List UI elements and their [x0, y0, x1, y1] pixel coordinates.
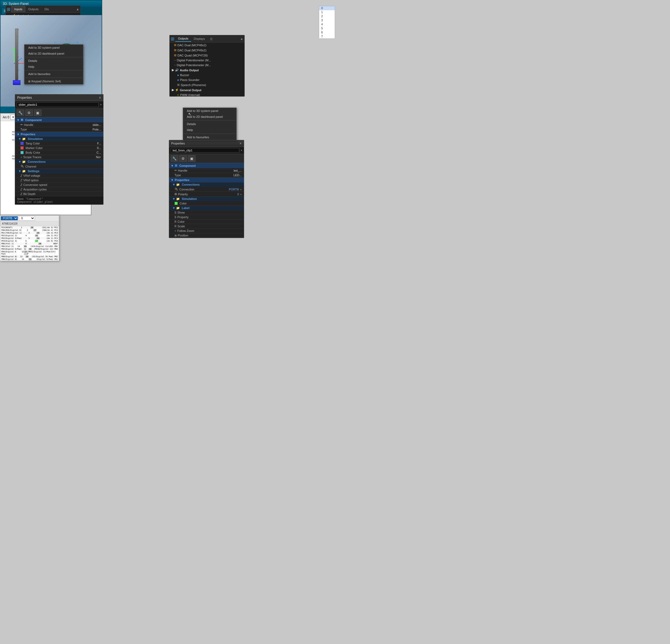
polarity-dropdown-arrow[interactable]: ▾ [240, 193, 242, 196]
component-expand: ▼ [17, 118, 19, 122]
led-ctx-details[interactable]: Details [183, 121, 236, 127]
tree-pwm[interactable]: ⎍ PWM (Internal) [170, 93, 244, 96]
portb-select[interactable]: PORTB PORTC PORTD [1, 216, 18, 220]
tool-square[interactable]: ▣ [34, 109, 41, 116]
led-pencil-icon: ✏ [174, 169, 177, 172]
tab-inputs[interactable]: Inputs [11, 6, 25, 12]
settings-subsection: ▼ 📁 Settings [15, 169, 103, 173]
led-property-row: S Property [169, 215, 244, 220]
led-label-folder: 📁 [176, 206, 180, 210]
outputs-icon: ⊞ [171, 36, 174, 41]
led-connections-subsection: ▼ 📁 Connections [169, 182, 244, 187]
tab-dis[interactable]: Dis [42, 6, 52, 12]
led-label-subsection: ▼ 📁 Label [169, 206, 244, 210]
led-plug-icon: 🔌 [174, 187, 178, 191]
conversion-speed-row: Z Conversion speed [15, 183, 103, 187]
ctx-add-3d[interactable]: Add to 3D system panel [25, 45, 83, 51]
pin-number-select[interactable]: 0 1 2 3 4 5 6 7 [19, 216, 35, 221]
tree-piezo[interactable]: ● Piezo Sounder [170, 78, 244, 82]
tab-outputs-main[interactable]: Outputs [175, 36, 191, 42]
buzzer-icon: ● [177, 74, 179, 77]
general-expand: ▶ [172, 88, 174, 92]
tree-dac1[interactable]: ⊞ DAC Dual (MCP48x2) [170, 42, 244, 48]
led-properties-panel: Properties × ▾ 🔧 ⚙ ▣ ▼ ⊞ Component ✏ Han… [169, 140, 244, 238]
sim-folder-icon: 📁 [22, 137, 26, 141]
led-simulation-subsection: ▼ 📁 Simulation [169, 197, 244, 201]
led-label-color-row: R Color [169, 220, 244, 224]
tab-displays[interactable]: Displays [191, 36, 208, 41]
tool-cog[interactable]: ⚙ [25, 109, 33, 116]
scope-traces-row: + Scope Traces No ▾ [15, 155, 103, 159]
led-color-row: Color [169, 201, 244, 206]
led-tool-cog[interactable]: ⚙ [179, 155, 187, 162]
keypad-icon: ⊞ [28, 80, 30, 83]
port-num-6[interactable]: 6 [319, 30, 335, 35]
channel-row: 🔌 Channel [15, 164, 103, 169]
port-dropdown-panel: PORTB PORTC PORTD 0 1 2 3 4 5 6 7 0 1 2 … [0, 215, 59, 261]
slider-name-input[interactable] [17, 102, 99, 107]
led-ctx-fav[interactable]: Add to favourites [183, 134, 236, 140]
scope-dropdown[interactable]: ▾ [100, 156, 101, 158]
3d-slider-object: 5.0 4.4 3.7 3.1 2.5 1.9 1.3 0.6 0 [9, 26, 25, 101]
tree-digpot1[interactable]: ~ Digital Potentiometer (M... [170, 58, 244, 63]
ctx-add-2d[interactable]: Add to 2D dashboard panel [25, 51, 83, 56]
led-polarity-value[interactable]: 0 ▾ [208, 193, 242, 196]
audio-icon: 🔊 [175, 68, 179, 72]
z-icon-5: Z [21, 192, 22, 196]
port-num-1[interactable]: 1 [319, 10, 335, 14]
led-connection-value[interactable]: PORTB ▾ [208, 188, 242, 191]
led-label-expand: ▼ [172, 206, 175, 210]
led-tool-square[interactable]: ▣ [188, 155, 196, 162]
led-ctx-help[interactable]: Help [183, 127, 236, 133]
led-scale-row: R Scale [169, 224, 244, 229]
tree-digpot2[interactable]: ~ Digital Potentiometer (M... [170, 63, 244, 67]
led-follow-zoom-row: + Follow Zoom [169, 229, 244, 233]
name-dropdown-icon[interactable]: ▾ [100, 103, 102, 106]
tree-dac3[interactable]: ⊞ DAC Quad (MCP4728) [170, 53, 244, 58]
port-num-7[interactable]: 7 [319, 35, 335, 38]
port-num-3[interactable]: 3 [319, 18, 335, 22]
tree-speech[interactable]: ⊞ Speech (Phoneme) [170, 82, 244, 88]
pin-row: PD1(TXD/Digital 1)326(An 3) PC3 [0, 232, 59, 234]
led-name-dropdown-icon[interactable]: ▾ [241, 149, 242, 152]
pin-row: PB8(Digital 8)1415(Digital 9/Pwm) PB1 [0, 258, 59, 261]
tree-dac2[interactable]: ⊞ DAC Dual (MCP49x2) [170, 48, 244, 53]
led-ctx-add-2d[interactable]: Add to 2D dashboard panel [183, 114, 236, 120]
led-show-row: S Show [169, 210, 244, 215]
ctx-details[interactable]: Details [25, 58, 83, 64]
audio-expand: ▶ [172, 68, 174, 72]
tree-general-group[interactable]: ▶ ⚡ General Output [170, 88, 244, 93]
ctx-favourites[interactable]: Add to favourites [25, 71, 83, 77]
tab-outputs[interactable]: Outputs [25, 6, 42, 12]
pin-row: PC6(RESET)128(SCL/An 5) PC5 [0, 226, 59, 229]
R-icon: R [174, 220, 176, 223]
ctx-sep2 [25, 70, 83, 70]
conn-expand: ▼ [18, 160, 21, 163]
tree-audio-group[interactable]: ▶ 🔊 Audio Output [170, 67, 244, 73]
pin-row: PD6(Digital 6 Pwm)1217(MOSI/Digital 11/P… [0, 250, 59, 255]
connections-subsection: ▼ 📁 Connections [15, 159, 103, 164]
led-name-input[interactable] [171, 148, 239, 153]
tang-color-row: Tang Color F... [15, 141, 103, 146]
port-num-0[interactable]: 0 [319, 6, 335, 10]
scroll-up-icon: ▲ [76, 7, 79, 11]
tool-wrench[interactable]: 🔧 [17, 109, 24, 116]
pin-row: PD4(Digital 4)623(An 0) PC0 [0, 240, 59, 242]
led-ctx-add-3d[interactable]: Add to 3D system panel [183, 108, 236, 114]
led-props-header: Properties × [169, 140, 244, 147]
connection-dropdown-arrow[interactable]: ▾ [240, 188, 242, 191]
ctx-help[interactable]: Help [25, 64, 83, 70]
slider-props-close[interactable]: × [99, 95, 101, 100]
ctx-keypad[interactable]: ⊞ Keypad (Numeric 3x4) [25, 78, 83, 84]
tree-buzzer[interactable]: ● Buzzer [170, 73, 244, 78]
port-num-2[interactable]: 2 [319, 14, 335, 18]
port-num-5[interactable]: 5 [319, 26, 335, 30]
led-tool-wrench[interactable]: 🔧 [171, 155, 178, 162]
portb-row: PORTB PORTC PORTD 0 1 2 3 4 5 6 7 [0, 215, 59, 221]
led-connection-row: 🔌 Connection PORTB ▾ [169, 187, 244, 192]
slider-thumb[interactable] [13, 80, 21, 85]
tab-wireless[interactable]: ((· [207, 36, 216, 41]
led-props-close[interactable]: × [240, 141, 242, 146]
port-num-4[interactable]: 4 [319, 22, 335, 26]
slider-props-status: Name "Component" Component slider_plast [15, 196, 103, 205]
